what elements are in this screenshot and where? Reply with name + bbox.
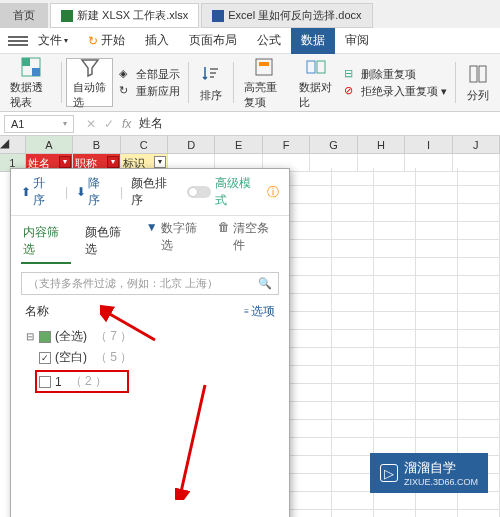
col-header[interactable]: D	[168, 136, 215, 153]
cell[interactable]	[374, 366, 416, 384]
col-header[interactable]: I	[405, 136, 452, 153]
cell[interactable]	[290, 258, 332, 276]
filter-dropdown-icon[interactable]: ▾	[107, 156, 119, 168]
cell[interactable]	[332, 474, 374, 492]
cell[interactable]	[374, 240, 416, 258]
clear-conditions-button[interactable]: 🗑清空条件	[218, 220, 279, 264]
col-header[interactable]: F	[263, 136, 310, 153]
cell[interactable]	[332, 222, 374, 240]
cell[interactable]	[290, 222, 332, 240]
cell[interactable]	[332, 438, 374, 456]
cell[interactable]	[374, 222, 416, 240]
tab-color-filter[interactable]: 颜色筛选	[83, 220, 133, 264]
cell[interactable]	[458, 186, 500, 204]
cell[interactable]	[332, 366, 374, 384]
cell[interactable]	[416, 420, 458, 438]
cell[interactable]	[416, 330, 458, 348]
filter-search-input[interactable]: （支持多条件过滤，例如：北京 上海） 🔍	[21, 272, 279, 295]
cell[interactable]	[290, 204, 332, 222]
cell[interactable]	[458, 510, 500, 517]
cell-ref-input[interactable]: A1▾	[4, 115, 74, 133]
cell[interactable]	[374, 384, 416, 402]
cell[interactable]	[416, 240, 458, 258]
cell[interactable]	[416, 276, 458, 294]
cell[interactable]	[332, 204, 374, 222]
cell[interactable]	[332, 384, 374, 402]
cell[interactable]	[416, 186, 458, 204]
number-filter-button[interactable]: ▼数字筛选	[146, 220, 207, 264]
cell[interactable]	[416, 258, 458, 276]
ribbon-datacompare[interactable]: 数据对比	[293, 58, 338, 107]
options-button[interactable]: ≡选项	[244, 303, 275, 320]
cell[interactable]	[332, 330, 374, 348]
cell[interactable]	[458, 312, 500, 330]
ribbon-removedup[interactable]: ⊟ 删除重复项	[344, 67, 447, 82]
sort-desc-button[interactable]: ⬇降序	[76, 175, 112, 209]
color-sort-button[interactable]: 颜色排序	[131, 175, 179, 209]
cell[interactable]	[290, 276, 332, 294]
cell[interactable]	[458, 420, 500, 438]
tab-doc2[interactable]: Excel 里如何反向选择.docx	[201, 3, 372, 28]
ribbon-highlight[interactable]: 高亮重复项	[238, 58, 291, 107]
cell[interactable]	[374, 402, 416, 420]
col-header[interactable]: E	[215, 136, 262, 153]
cell[interactable]	[290, 474, 332, 492]
cell[interactable]	[332, 492, 374, 510]
col-header[interactable]: G	[310, 136, 357, 153]
cell[interactable]	[416, 312, 458, 330]
cell[interactable]	[416, 402, 458, 420]
cell[interactable]	[290, 240, 332, 258]
cell[interactable]	[290, 366, 332, 384]
cell[interactable]	[332, 294, 374, 312]
cell[interactable]	[374, 348, 416, 366]
cell[interactable]	[458, 294, 500, 312]
cell[interactable]	[458, 330, 500, 348]
menu-formula[interactable]: 公式	[247, 28, 291, 54]
cell[interactable]	[332, 420, 374, 438]
ribbon-sort[interactable]: 排序	[193, 58, 229, 107]
cell[interactable]	[332, 168, 374, 186]
cell[interactable]	[374, 420, 416, 438]
menu-file[interactable]: 文件▾	[28, 28, 78, 54]
cell[interactable]	[416, 492, 458, 510]
cell[interactable]	[332, 510, 374, 517]
cell[interactable]	[374, 168, 416, 186]
cell[interactable]	[290, 510, 332, 517]
ribbon-split[interactable]: 分列	[460, 58, 496, 107]
cell[interactable]	[332, 240, 374, 258]
cell[interactable]	[458, 348, 500, 366]
cell[interactable]	[290, 492, 332, 510]
hamburger-icon[interactable]	[8, 36, 28, 46]
cancel-formula-icon[interactable]: ✕	[86, 117, 96, 131]
cell[interactable]	[374, 204, 416, 222]
cell[interactable]	[458, 492, 500, 510]
cell[interactable]	[290, 456, 332, 474]
col-header[interactable]: H	[358, 136, 405, 153]
ribbon-rejectdup[interactable]: ⊘ 拒绝录入重复项▾	[344, 84, 447, 99]
cell[interactable]	[458, 366, 500, 384]
checkbox-unchecked[interactable]	[39, 376, 51, 388]
menu-layout[interactable]: 页面布局	[179, 28, 247, 54]
cell[interactable]	[332, 402, 374, 420]
cell[interactable]	[374, 510, 416, 517]
cell[interactable]	[290, 420, 332, 438]
collapse-icon[interactable]: ⊟	[25, 331, 35, 342]
cell[interactable]	[374, 492, 416, 510]
col-header[interactable]: C	[121, 136, 168, 153]
cell[interactable]	[416, 384, 458, 402]
cell[interactable]	[458, 240, 500, 258]
tab-home[interactable]: 首页	[0, 3, 48, 28]
col-header[interactable]: A	[26, 136, 73, 153]
cell[interactable]	[416, 510, 458, 517]
cell[interactable]	[458, 276, 500, 294]
advanced-mode-toggle[interactable]: 高级模式 ⓘ	[187, 175, 279, 209]
fx-button[interactable]: fx	[122, 117, 131, 131]
cell[interactable]	[332, 312, 374, 330]
cell[interactable]	[332, 276, 374, 294]
cell[interactable]	[416, 168, 458, 186]
checkbox-partial[interactable]	[39, 331, 51, 343]
cell[interactable]	[458, 402, 500, 420]
sort-asc-button[interactable]: ⬆升序	[21, 175, 57, 209]
cell[interactable]	[332, 258, 374, 276]
cell[interactable]	[290, 402, 332, 420]
